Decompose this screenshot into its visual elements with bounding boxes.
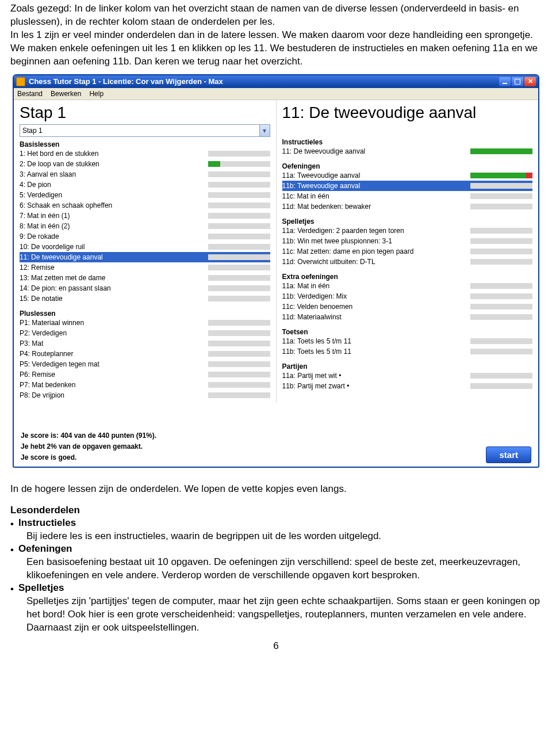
basis-lesson-row[interactable]: 1: Het bord en de stukken (20, 148, 270, 159)
partij-row[interactable]: 11b: Partij met zwart • (282, 381, 533, 391)
progress-bar (208, 213, 270, 219)
basis-lesson-row[interactable]: 6: Schaak en schaak opheffen (20, 200, 270, 211)
basis-lesson-row[interactable]: 12: Remise (20, 262, 270, 273)
progress-bar (208, 392, 270, 398)
plus-lesson-row[interactable]: P8: De vrijpion (20, 390, 270, 400)
lesonderdelen-heading: Lesonderdelen (10, 504, 542, 517)
chevron-down-icon: ▾ (259, 125, 270, 136)
extra-row[interactable]: 11d: Materiaalwinst (282, 312, 533, 322)
progress-bar (208, 341, 270, 346)
right-heading: 11: De tweevoudige aanval (282, 104, 533, 122)
row-label: 11b: Partij met zwart • (282, 381, 467, 391)
basis-lesson-row[interactable]: 9: De rokade (20, 231, 270, 242)
row-label: 4: De pion (20, 180, 205, 190)
bullet-instructieles: Instructieles (18, 517, 542, 530)
row-label: 11c: Velden benoemen (282, 301, 467, 312)
app-window: Chess Tutor Stap 1 - Licentie: Cor van W… (13, 74, 539, 468)
plus-heading: Pluslessen (20, 310, 270, 318)
rating-text: Je score is goed. (21, 452, 486, 463)
oefening-row[interactable]: 11b: Tweevoudige aanval (282, 181, 533, 191)
plus-lesson-row[interactable]: P1: Materiaal winnen (20, 318, 270, 328)
progress-bar (470, 249, 532, 254)
intro-paragraph-1: Zoals gezegd: In de linker kolom van het… (10, 2, 542, 29)
basis-lesson-row[interactable]: 3: Aanval en slaan (20, 169, 270, 180)
menu-file[interactable]: Bestand (17, 90, 43, 98)
plus-lesson-row[interactable]: P3: Mat (20, 338, 270, 349)
partijen-heading: Partijen (282, 362, 533, 371)
progress-bar (470, 293, 532, 299)
basis-lesson-row[interactable]: 8: Mat in één (2) (20, 221, 270, 231)
toets-row[interactable]: 11a: Toets les 5 t/m 11 (282, 336, 533, 346)
bullet-icon (10, 517, 18, 530)
footer-bar: Je score is: 404 van de 440 punten (91%)… (14, 426, 538, 467)
row-label: P4: Routeplanner (20, 349, 205, 359)
left-column: Stap 1 Stap 1 ▾ Basislessen 1: Het bord … (14, 100, 277, 403)
row-label: 11d: Materiaalwinst (282, 312, 467, 322)
progress-bar (208, 203, 270, 208)
instructieles-row[interactable]: 11: De tweevoudige aanval (282, 146, 533, 156)
partij-row[interactable]: 11a: Partij met wit • (282, 371, 533, 381)
oefening-row[interactable]: 11a: Tweevoudige aanval (282, 170, 533, 181)
basis-lesson-row[interactable]: 14: De pion: en passant slaan (20, 283, 270, 293)
progress-bar (470, 349, 532, 354)
row-label: 13: Mat zetten met de dame (20, 273, 205, 283)
row-label: 11c: Mat zetten: dame en pion tegen paar… (282, 246, 467, 257)
spelletje-row[interactable]: 11c: Mat zetten: dame en pion tegen paar… (282, 246, 533, 257)
plus-lesson-row[interactable]: P4: Routeplanner (20, 349, 270, 359)
bullet-oefeningen: Oefeningen (18, 543, 542, 556)
plus-lesson-row[interactable]: P5: Verdedigen tegen mat (20, 359, 270, 369)
row-label: 9: De rokade (20, 231, 205, 242)
row-label: P3: Mat (20, 338, 205, 349)
plus-lesson-row[interactable]: P2: Verdedigen (20, 328, 270, 338)
spelletje-row[interactable]: 11a: Verdedigen: 2 paarden tegen toren (282, 226, 533, 236)
app-icon (16, 77, 25, 86)
maximize-button[interactable] (512, 77, 523, 86)
basis-lesson-row[interactable]: 4: De pion (20, 180, 270, 190)
basis-lesson-row[interactable]: 2: De loop van de stukken (20, 159, 270, 169)
row-label: P7: Mat bedenken (20, 380, 205, 390)
intro-paragraph-2: In les 1 zijn er veel minder onderdelen … (10, 29, 542, 68)
minimize-button[interactable] (499, 77, 511, 86)
extra-row[interactable]: 11b: Verdedigen: Mix (282, 291, 533, 301)
oefening-row[interactable]: 11d: Mat bedenken: bewaker (282, 201, 533, 212)
row-label: 11: De tweevoudige aanval (20, 252, 205, 262)
extra-row[interactable]: 11a: Mat in één (282, 281, 533, 291)
progress-bar (208, 192, 270, 198)
menu-help[interactable]: Help (89, 90, 103, 98)
row-label: P5: Verdedigen tegen mat (20, 359, 205, 369)
close-button[interactable] (524, 77, 536, 86)
row-label: 11b: Win met twee pluspionnen: 3-1 (282, 236, 467, 246)
step-dropdown[interactable]: Stap 1 ▾ (20, 124, 270, 137)
basis-lesson-row[interactable]: 10: De voordelige ruil (20, 242, 270, 252)
extra-row[interactable]: 11c: Velden benoemen (282, 301, 533, 312)
oefening-row[interactable]: 11c: Mat in één (282, 191, 533, 201)
bullet-instructieles-text: Bij iedere les is een instructieles, waa… (26, 530, 542, 543)
progress-bar (208, 275, 270, 281)
row-label: 11d: Mat bedenken: bewaker (282, 201, 467, 212)
spelletje-row[interactable]: 11b: Win met twee pluspionnen: 3-1 (282, 236, 533, 246)
dropdown-value: Stap 1 (22, 127, 43, 135)
progress-bar (470, 259, 532, 265)
progress-text: Je hebt 2% van de opgaven gemaakt. (21, 441, 486, 452)
menu-edit[interactable]: Bewerken (51, 90, 81, 98)
start-button[interactable]: start (486, 446, 531, 463)
progress-bar (470, 304, 532, 310)
menu-bar: Bestand Bewerken Help (14, 88, 538, 100)
row-label: 2: De loop van de stukken (20, 159, 205, 169)
toets-row[interactable]: 11b: Toets les 5 t/m 11 (282, 346, 533, 357)
basis-lesson-row[interactable]: 7: Mat in één (1) (20, 211, 270, 221)
spelletje-row[interactable]: 11d: Overwicht uitbuiten: D-TL (282, 257, 533, 267)
row-label: 11a: Toets les 5 t/m 11 (282, 336, 467, 346)
plus-lesson-row[interactable]: P7: Mat bedenken (20, 380, 270, 390)
instructieles-heading: Instructieles (282, 138, 533, 146)
basis-lesson-row[interactable]: 11: De tweevoudige aanval (20, 252, 270, 262)
basis-lesson-row[interactable]: 15: De notatie (20, 293, 270, 304)
progress-bar (470, 193, 532, 199)
progress-bar (208, 265, 270, 270)
plus-lesson-row[interactable]: P6: Remise (20, 369, 270, 380)
basis-lesson-row[interactable]: 5: Verdedigen (20, 190, 270, 200)
basis-lesson-row[interactable]: 13: Mat zetten met de dame (20, 273, 270, 283)
row-label: 11d: Overwicht uitbuiten: D-TL (282, 257, 467, 267)
row-label: 14: De pion: en passant slaan (20, 283, 205, 293)
main-content: Stap 1 Stap 1 ▾ Basislessen 1: Het bord … (14, 100, 538, 403)
